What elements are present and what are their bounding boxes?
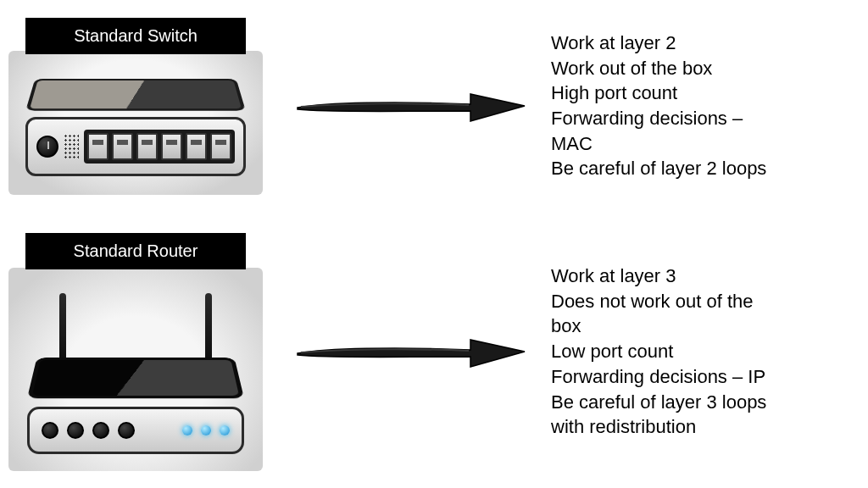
router-label: Standard Router [25,233,246,269]
status-led-icon [182,425,192,435]
switch-row: Standard Switch Wo [0,8,868,203]
switch-device-column: Standard Switch [0,18,271,195]
switch-features: Work at layer 2 Work out of the box High… [551,30,868,181]
router-button-icon [92,422,109,439]
ethernet-port-icon [210,133,231,160]
router-row: Standard Router Work at layer 3 Do [0,229,868,474]
switch-label: Standard Switch [25,18,246,54]
router-device-column: Standard Router [0,233,271,471]
router-button-icon [118,422,135,439]
switch-features-text: Work at layer 2 Work out of the box High… [551,30,843,181]
ethernet-port-icon [87,133,108,160]
router-button-icon [42,422,58,439]
router-features-text: Work at layer 3 Does not work out of the… [551,263,843,440]
router-button-icon [67,422,84,439]
router-arrow-column [271,328,551,375]
arrow-right-icon [292,82,530,130]
router-top-face [27,358,244,398]
arrow-right-icon [292,328,530,375]
router-features: Work at layer 3 Does not work out of the… [551,263,868,440]
switch-front-panel [25,117,246,176]
power-button-icon [36,136,58,158]
ethernet-port-bank [84,130,235,164]
ethernet-port-icon [186,133,207,160]
status-led-icon [220,425,230,435]
ethernet-port-icon [136,133,158,160]
switch-top-face [25,78,246,110]
switch-illustration [8,51,263,195]
status-led-icon [201,425,211,435]
router-illustration [8,268,263,471]
ethernet-port-icon [161,133,182,160]
router-front-panel [27,407,244,454]
switch-arrow-column [271,82,551,130]
vent-grille-icon [64,134,79,159]
ethernet-port-icon [112,133,133,160]
